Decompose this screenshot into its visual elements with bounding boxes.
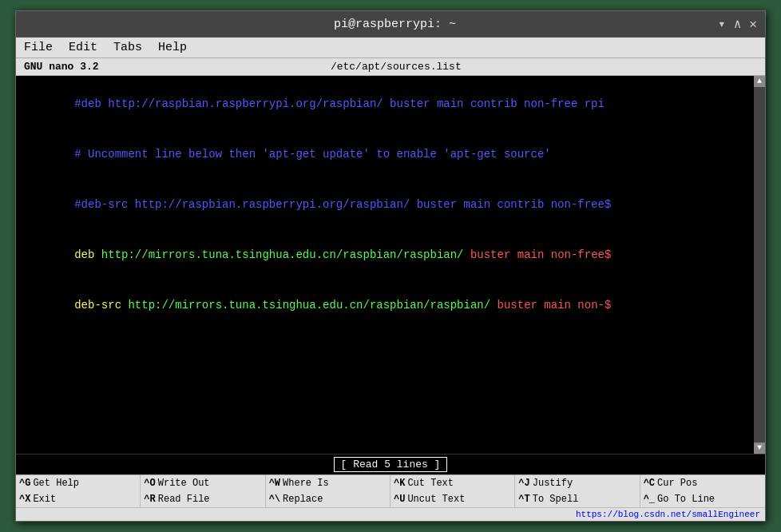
shortcut-bar: ^G Get Help ^O Write Out ^W Where Is ^K … [16,474,765,507]
editor-line-2: # Uncomment line below then 'apt-get upd… [21,129,749,180]
shortcut-read-file[interactable]: ^R Read File [141,491,265,507]
terminal-window: pi@raspberrypi: ~ ▾ ∧ ✕ File Edit Tabs H… [15,10,766,522]
shortcut-to-spell[interactable]: ^T To Spell [515,491,640,507]
shortcut-cut-text[interactable]: ^K Cut Text [390,475,515,491]
url-bar: https://blog.csdn.net/smallEngineer [16,507,765,521]
status-message: [ Read 5 lines ] [334,457,448,472]
editor-area[interactable]: #deb http://raspbian.raspberrypi.org/ras… [16,76,754,454]
editor-line-1: #deb http://raspbian.raspberrypi.org/ras… [21,79,749,129]
shortcut-go-to-line[interactable]: ^_ Go To Line [640,491,765,507]
nano-version: GNU nano 3.2 [24,61,99,73]
status-bar: [ Read 5 lines ] [16,454,765,474]
nano-header: GNU nano 3.2 /etc/apt/sources.list [16,58,765,76]
menu-file[interactable]: File [24,41,53,54]
close-button[interactable]: ✕ [749,16,757,32]
shortcut-justify[interactable]: ^J Justify [515,475,640,491]
window-controls: ▾ ∧ ✕ [718,16,757,32]
editor-line-4: deb http://mirrors.tuna.tsinghua.edu.cn/… [21,230,749,280]
scroll-down[interactable]: ▼ [754,443,765,454]
menu-edit[interactable]: Edit [69,41,97,54]
editor-line-3: #deb-src http://raspbian.raspberrypi.org… [21,180,749,230]
shortcut-cur-pos[interactable]: ^C Cur Pos [640,475,765,491]
shortcut-uncut-text[interactable]: ^U Uncut Text [390,491,515,507]
editor-wrap: #deb http://raspbian.raspberrypi.org/ras… [16,76,765,454]
scroll-up[interactable]: ▲ [754,76,765,87]
shortcut-replace[interactable]: ^\ Replace [266,491,390,507]
maximize-button[interactable]: ∧ [734,16,742,32]
menu-help[interactable]: Help [158,41,187,54]
shortcut-write-out[interactable]: ^O Write Out [141,475,265,491]
minimize-button[interactable]: ▾ [718,16,726,32]
editor-line-5: deb-src http://mirrors.tuna.tsinghua.edu… [21,280,749,331]
shortcut-exit[interactable]: ^X Exit [16,491,141,507]
shortcut-get-help[interactable]: ^G Get Help [16,475,141,491]
menu-bar: File Edit Tabs Help [16,38,765,58]
file-name: /etc/apt/sources.list [99,61,693,73]
window-title: pi@raspberrypi: ~ [72,18,718,31]
scrollbar[interactable]: ▲ ▼ [754,76,765,454]
scrollbar-track [754,87,765,443]
url-text: https://blog.csdn.net/smallEngineer [576,510,760,519]
menu-tabs[interactable]: Tabs [113,41,142,54]
title-bar: pi@raspberrypi: ~ ▾ ∧ ✕ [16,11,765,38]
shortcut-where-is[interactable]: ^W Where Is [266,475,390,491]
